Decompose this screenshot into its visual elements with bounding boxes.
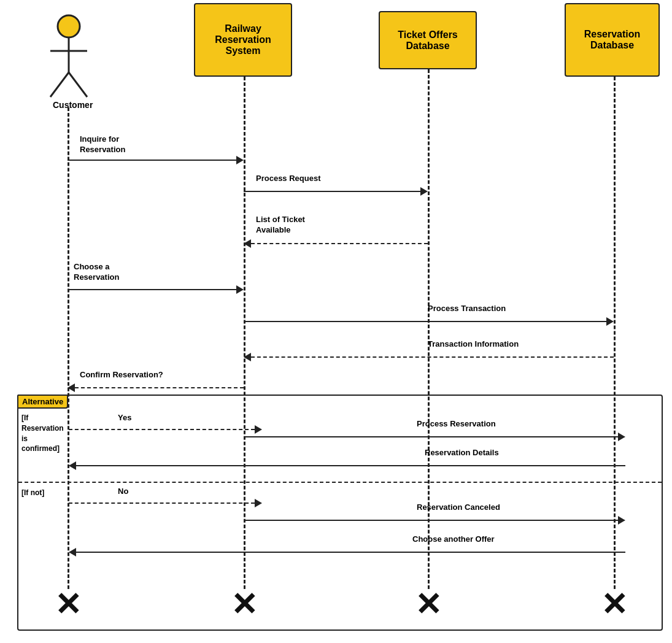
msg-process-reservation: Process Reservation — [245, 433, 625, 441]
sequence-diagram: Customer Railway Reservation System Tick… — [0, 0, 672, 643]
customer-actor — [44, 11, 93, 100]
terminator-ticket: ✕ — [411, 586, 445, 623]
alt-frame: Alternative [IfReservationisconfirmed] Y… — [17, 395, 663, 631]
msg-process-request: Process Request — [244, 187, 428, 196]
terminator-customer: ✕ — [51, 586, 85, 623]
msg-no: No — [69, 499, 262, 507]
msg-reservation-canceled: Reservation Canceled — [245, 516, 625, 525]
msg-process-transaction: Process Transaction — [244, 317, 614, 326]
alt-condition-2: [If not] — [21, 488, 44, 498]
svg-line-3 — [50, 72, 69, 97]
reservation-actor-box: Reservation Database — [565, 3, 660, 77]
alt-divider — [18, 482, 662, 483]
ticket-actor-box: Ticket Offers Database — [379, 11, 477, 69]
customer-label: Customer — [53, 100, 90, 110]
msg-choose-reservation: Choose aReservation — [68, 285, 244, 294]
msg-reservation-details: Reservation Details — [69, 461, 625, 470]
msg-yes: Yes — [69, 425, 262, 434]
msg-confirm: Confirm Reservation? — [68, 383, 244, 392]
svg-line-4 — [69, 72, 87, 97]
terminator-reservation: ✕ — [597, 586, 631, 623]
msg-transaction-info: Transaction Information — [244, 353, 614, 361]
terminator-railway: ✕ — [227, 586, 261, 623]
msg-choose-another: Choose another Offer — [69, 548, 625, 556]
alt-label: Alternative — [17, 395, 68, 409]
railway-actor-box: Railway Reservation System — [194, 3, 292, 77]
msg-list-ticket: List of TicketAvailable — [244, 239, 428, 248]
msg-inquire: Inquire forReservation — [68, 156, 244, 164]
svg-point-0 — [58, 15, 80, 37]
alt-condition-1: [IfReservationisconfirmed] — [21, 413, 71, 454]
